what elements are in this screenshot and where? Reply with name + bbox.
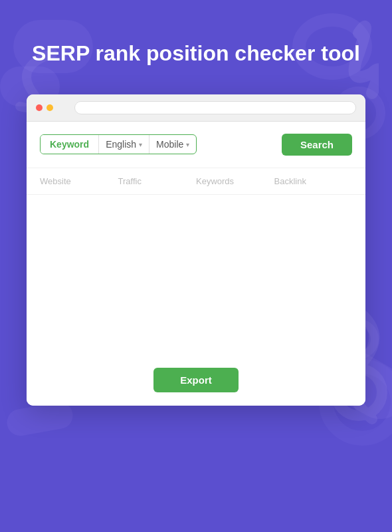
- browser-dot-yellow: [47, 104, 53, 111]
- language-select[interactable]: English ▾: [99, 135, 149, 154]
- bg-shape-6: [5, 400, 74, 438]
- device-chevron-icon: ▾: [186, 141, 189, 148]
- toolbar: Keyword English ▾ Mobile ▾ Search: [27, 122, 365, 168]
- search-button[interactable]: Search: [282, 134, 352, 156]
- col-traffic: Traffic: [118, 176, 197, 186]
- browser-window: Keyword English ▾ Mobile ▾ Search Websit…: [27, 94, 365, 406]
- browser-dot-green: [57, 104, 64, 111]
- browser-dot-red: [36, 104, 43, 111]
- hero-title: SERP rank position checker tool: [5, 40, 387, 68]
- device-label: Mobile: [156, 139, 183, 150]
- col-keywords: Keywords: [196, 176, 274, 186]
- device-select[interactable]: Mobile ▾: [149, 135, 196, 154]
- language-chevron-icon: ▾: [139, 141, 142, 148]
- export-button[interactable]: Export: [153, 368, 239, 392]
- table-header: Website Traffic Keywords Backlink: [27, 168, 365, 195]
- language-label: English: [106, 139, 136, 150]
- col-website: Website: [40, 176, 118, 186]
- keyword-input[interactable]: Keyword: [41, 135, 98, 154]
- col-backlink: Backlink: [274, 176, 353, 186]
- export-area: Export: [27, 354, 365, 406]
- page-content: SERP rank position checker tool Keyword …: [0, 0, 392, 406]
- toolbar-controls: Keyword English ▾ Mobile ▾: [40, 134, 197, 154]
- browser-topbar: [27, 94, 365, 122]
- table-body: [27, 195, 365, 354]
- browser-url-bar: [74, 101, 356, 114]
